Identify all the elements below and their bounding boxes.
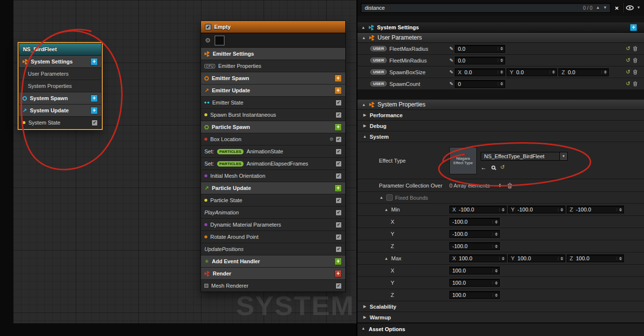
spinner-icon[interactable]	[558, 257, 563, 260]
enabled-checkbox[interactable]: ✔	[335, 246, 342, 252]
add-module-button[interactable]: +	[334, 87, 342, 94]
min-z-input[interactable]: Z -100.0	[567, 206, 624, 213]
search-prev-icon[interactable]: ▲	[596, 6, 600, 10]
spinner-icon[interactable]	[492, 245, 498, 248]
spinner-icon[interactable]	[499, 208, 505, 211]
trash-icon[interactable]	[633, 81, 638, 86]
enabled-checkbox[interactable]: ✔	[335, 222, 342, 228]
emitter-node-header[interactable]: ✔ Empty	[201, 21, 345, 33]
expand-icon[interactable]: ▶	[362, 315, 367, 319]
spinner-icon[interactable]	[617, 208, 622, 211]
add-renderer-button[interactable]: +	[334, 270, 342, 277]
row-emitter-spawn[interactable]: Emitter Spawn +	[201, 72, 345, 84]
spinner-icon[interactable]	[492, 220, 498, 224]
spawnboxsize-z-input[interactable]: Z 0.0	[558, 68, 609, 76]
add-array-element-icon[interactable]: +	[498, 182, 502, 189]
spinner-icon[interactable]	[601, 70, 607, 74]
visibility-icon[interactable]	[626, 5, 634, 10]
collapse-icon[interactable]: ▲	[361, 103, 366, 107]
spinner-icon[interactable]	[498, 59, 503, 62]
system-node-header[interactable]: NS_BirdFleet	[19, 43, 101, 55]
row-mesh-renderer[interactable]: Mesh Renderer ✔	[201, 279, 345, 292]
max-y-input[interactable]: Y 100.0	[508, 254, 565, 262]
spawnboxsize-x-input[interactable]: X 0.0	[455, 68, 505, 76]
add-module-button[interactable]: +	[90, 58, 98, 65]
collapse-icon[interactable]: ▲	[379, 195, 384, 200]
enabled-checkbox[interactable]: ✔	[335, 197, 342, 204]
spawncount-input[interactable]: 0	[455, 80, 505, 88]
search-clear-icon[interactable]: ×	[614, 4, 620, 12]
edit-icon[interactable]: ✎	[449, 58, 453, 63]
enabled-checkbox[interactable]: ✔	[335, 173, 342, 179]
search-input[interactable]: distance 0 / 0 ▲ ▼	[361, 3, 611, 13]
add-module-button[interactable]: +	[334, 124, 342, 131]
spawnboxsize-y-input[interactable]: Y 0.0	[507, 68, 557, 76]
row-add-event-handler[interactable]: ✳ Add Event Handler +	[201, 255, 345, 267]
row-box-location[interactable]: Box Location ⚙ ✔	[201, 133, 345, 145]
add-parameter-button[interactable]: +	[630, 24, 637, 31]
min-y-input[interactable]: Y -100.0	[508, 206, 565, 213]
trash-icon[interactable]	[633, 69, 638, 75]
spinner-icon[interactable]	[492, 232, 498, 236]
row-initial-mesh-orientation[interactable]: Initial Mesh Orientation ✔	[201, 169, 345, 182]
fixed-bounds-checkbox[interactable]	[386, 194, 393, 201]
revert-icon[interactable]: ↺	[626, 81, 630, 86]
revert-icon[interactable]: ↺	[626, 69, 630, 75]
spinner-icon[interactable]	[498, 47, 503, 50]
enabled-checkbox[interactable]: ✔	[335, 112, 342, 118]
enabled-checkbox[interactable]: ✔	[335, 161, 342, 167]
row-emitter-state[interactable]: Emitter State ✔	[201, 96, 345, 108]
min-x-input[interactable]: X -100.0	[449, 206, 507, 213]
row-dynamic-material-parameters[interactable]: Dynamic Material Parameters ✔	[201, 218, 345, 231]
row-system-properties[interactable]: System Properties	[19, 80, 101, 92]
row-emitter-properties[interactable]: CPU Emitter Properties	[201, 60, 345, 72]
row-spawn-burst[interactable]: Spawn Burst Instantaneous ✔	[201, 108, 345, 121]
collapse-icon[interactable]: ▲	[361, 326, 366, 331]
row-emitter-update[interactable]: ↗ Emitter Update +	[201, 84, 345, 96]
trash-icon[interactable]	[633, 46, 638, 51]
expand-icon[interactable]: ▶	[362, 113, 367, 117]
visibility-dropdown-icon[interactable]: ▼	[637, 6, 641, 10]
group-system[interactable]: ▲ System	[357, 131, 644, 142]
enabled-checkbox[interactable]: ✔	[335, 148, 342, 155]
edit-icon[interactable]: ✎	[449, 81, 453, 86]
spinner-icon[interactable]	[558, 208, 563, 211]
max-x-child-input[interactable]: 100.0	[449, 267, 500, 274]
revert-icon[interactable]: ↺	[626, 58, 630, 63]
emitter-node[interactable]: ✔ Empty ⚙ Emitter Settings CPU Emitter P…	[200, 21, 346, 292]
row-set-animationelapsedframes[interactable]: Set: PARTICLES AnimationElapsedFrames ✔	[201, 157, 345, 169]
max-y-child-input[interactable]: 100.0	[449, 279, 500, 287]
add-module-button[interactable]: +	[90, 95, 98, 102]
edit-icon[interactable]: ✎	[449, 46, 453, 51]
system-node[interactable]: NS_BirdFleet System Settings + User Para…	[19, 43, 102, 129]
use-selected-icon[interactable]: ←	[481, 164, 487, 171]
add-module-button[interactable]: +	[334, 185, 342, 192]
add-module-button[interactable]: +	[90, 107, 98, 114]
trash-icon[interactable]	[633, 58, 638, 63]
revert-icon[interactable]: ↺	[626, 46, 630, 51]
row-set-animationstate[interactable]: Set: PARTICLES AnimationState ✔	[201, 145, 345, 157]
enabled-checkbox[interactable]: ✔	[91, 120, 98, 126]
effect-type-thumbnail[interactable]: Niagara Effect Type	[449, 147, 477, 174]
material-thumbnail[interactable]	[215, 36, 224, 45]
collapse-icon[interactable]: ▲	[361, 25, 366, 30]
row-user-parameters[interactable]: User Parameters	[19, 67, 101, 80]
spinner-icon[interactable]	[492, 281, 498, 285]
max-z-input[interactable]: Z 100.0	[567, 254, 624, 262]
group-scalability[interactable]: ▶ Scalability	[357, 301, 644, 312]
max-x-input[interactable]: X 100.0	[449, 254, 507, 262]
add-module-button[interactable]: +	[334, 75, 342, 82]
asset-options-header[interactable]: ▲ Asset Options	[357, 323, 644, 336]
group-performance[interactable]: ▶ Performance	[357, 110, 644, 121]
dropdown-arrow-icon[interactable]: ▼	[559, 152, 567, 160]
enabled-checkbox[interactable]: ✔	[335, 210, 342, 216]
spinner-icon[interactable]	[550, 70, 555, 74]
enabled-checkbox[interactable]: ✔	[335, 234, 342, 240]
add-event-button[interactable]: +	[334, 258, 342, 265]
enabled-checkbox[interactable]: ✔	[335, 283, 342, 289]
row-system-state[interactable]: System State ✔	[19, 116, 101, 128]
system-settings-header[interactable]: ▲ System Settings +	[357, 22, 644, 33]
enabled-checkbox[interactable]: ✔	[335, 136, 342, 143]
enabled-checkbox[interactable]: ✔	[335, 100, 342, 106]
row-system-settings[interactable]: System Settings +	[19, 55, 101, 67]
